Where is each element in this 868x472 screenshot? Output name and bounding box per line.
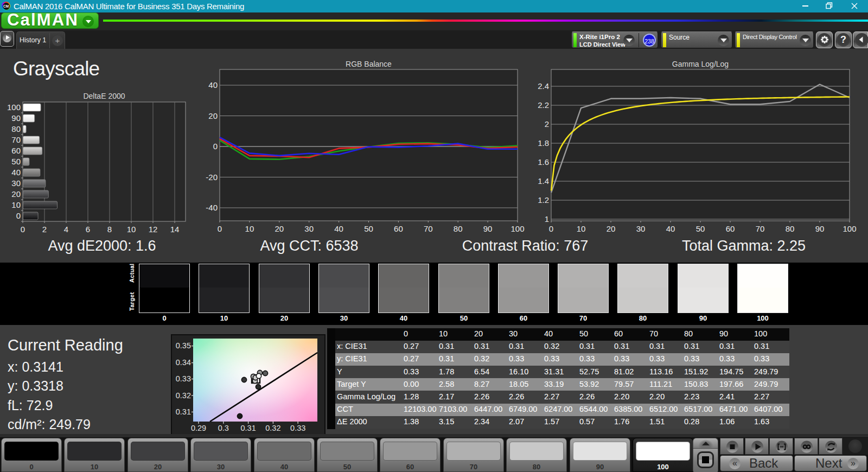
svg-text:0: 0 — [16, 211, 21, 220]
svg-text:40: 40 — [334, 224, 343, 233]
svg-text:70: 70 — [11, 135, 21, 144]
svg-text:0.32: 0.32 — [265, 424, 280, 432]
svg-text:40: 40 — [666, 224, 675, 233]
svg-text:1.8: 1.8 — [538, 138, 549, 148]
svg-text:12: 12 — [149, 225, 158, 234]
svg-text:50: 50 — [696, 224, 705, 233]
svg-text:70: 70 — [424, 224, 433, 233]
svg-text:30: 30 — [304, 224, 314, 233]
svg-text:-20: -20 — [206, 173, 218, 182]
svg-text:20: 20 — [607, 224, 616, 233]
svg-text:0: 0 — [218, 224, 222, 233]
svg-text:60: 60 — [11, 146, 21, 155]
svg-text:0.34: 0.34 — [176, 358, 191, 367]
svg-text:6: 6 — [86, 225, 90, 234]
svg-text:8: 8 — [107, 225, 112, 234]
svg-text:2.2: 2.2 — [538, 100, 549, 110]
svg-text:4: 4 — [64, 225, 68, 234]
svg-text:2: 2 — [545, 119, 549, 129]
svg-text:100: 100 — [843, 224, 856, 233]
svg-text:30: 30 — [11, 178, 21, 188]
svg-text:40: 40 — [208, 80, 218, 90]
svg-text:60: 60 — [394, 224, 403, 233]
svg-text:0.35: 0.35 — [176, 341, 191, 350]
svg-text:-40: -40 — [206, 203, 218, 212]
svg-text:20: 20 — [11, 189, 21, 199]
svg-text:1.4: 1.4 — [538, 176, 549, 186]
svg-text:30: 30 — [636, 224, 646, 233]
svg-text:20: 20 — [208, 111, 218, 120]
svg-text:100: 100 — [510, 224, 524, 233]
svg-text:10: 10 — [11, 200, 21, 209]
svg-text:50: 50 — [364, 224, 373, 233]
svg-text:70: 70 — [756, 224, 765, 233]
svg-text:0: 0 — [213, 142, 218, 151]
svg-text:14: 14 — [170, 225, 180, 234]
svg-text:60: 60 — [726, 224, 735, 233]
svg-text:90: 90 — [815, 224, 825, 233]
svg-text:90: 90 — [11, 113, 21, 123]
svg-text:0.31: 0.31 — [240, 424, 256, 432]
svg-text:0: 0 — [21, 225, 25, 234]
svg-text:0.29: 0.29 — [191, 424, 206, 432]
svg-text:10: 10 — [127, 225, 136, 234]
svg-text:40: 40 — [11, 168, 21, 177]
svg-text:DeltaE 2000: DeltaE 2000 — [83, 92, 125, 100]
svg-text:10: 10 — [577, 224, 586, 233]
svg-text:1.2: 1.2 — [538, 195, 549, 205]
svg-text:0.31: 0.31 — [176, 407, 191, 416]
svg-text:0.3: 0.3 — [218, 424, 229, 432]
svg-text:0: 0 — [549, 224, 553, 233]
svg-text:RGB Balance: RGB Balance — [346, 60, 392, 68]
svg-text:2: 2 — [42, 225, 47, 234]
svg-text:50: 50 — [11, 157, 21, 166]
svg-text:Gamma Log/Log: Gamma Log/Log — [672, 60, 729, 68]
svg-text:80: 80 — [454, 224, 463, 233]
svg-text:100: 100 — [7, 103, 21, 112]
svg-text:0.33: 0.33 — [176, 374, 191, 383]
svg-text:80: 80 — [786, 224, 795, 233]
svg-text:2.4: 2.4 — [538, 81, 549, 91]
svg-text:0.32: 0.32 — [176, 391, 191, 400]
svg-text:1.6: 1.6 — [538, 157, 549, 167]
svg-text:1: 1 — [545, 214, 549, 224]
svg-text:10: 10 — [245, 224, 254, 233]
svg-text:90: 90 — [483, 224, 493, 233]
svg-text:80: 80 — [11, 124, 21, 133]
svg-text:20: 20 — [275, 224, 284, 233]
svg-text:0.33: 0.33 — [290, 424, 305, 432]
